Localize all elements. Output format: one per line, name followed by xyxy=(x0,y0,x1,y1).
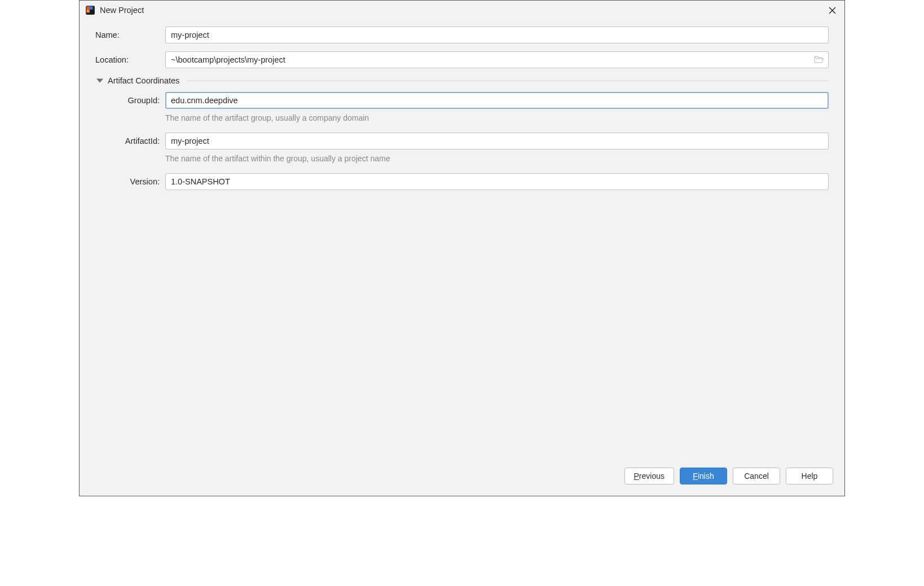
browse-folder-button[interactable] xyxy=(814,56,824,64)
dialog-footer: Previous Finish Cancel Help xyxy=(80,464,844,496)
folder-open-icon xyxy=(814,56,824,64)
svg-rect-3 xyxy=(86,10,90,13)
name-label: Name: xyxy=(95,30,165,39)
name-input[interactable] xyxy=(165,27,829,43)
finish-button[interactable]: Finish xyxy=(680,468,727,484)
svg-marker-6 xyxy=(96,78,103,82)
artifactid-input[interactable] xyxy=(165,133,829,149)
groupid-hint: The name of the artifact group, usually … xyxy=(165,113,369,122)
version-input[interactable] xyxy=(165,173,829,190)
location-label: Location: xyxy=(95,55,165,64)
section-divider xyxy=(187,81,829,81)
section-title: Artifact Coordinates xyxy=(108,76,179,85)
help-button[interactable]: Help xyxy=(786,468,833,484)
close-button[interactable] xyxy=(824,2,840,18)
groupid-input[interactable] xyxy=(165,92,829,109)
artifact-coordinates-toggle[interactable]: Artifact Coordinates xyxy=(96,76,829,85)
close-icon xyxy=(829,7,836,14)
app-icon xyxy=(85,5,95,15)
titlebar: New Project xyxy=(80,1,844,20)
new-project-dialog: New Project Name: Location: xyxy=(79,0,845,496)
artifact-coordinates-section: GroupId: The name of the artifact group,… xyxy=(95,92,829,190)
artifactid-label: ArtifactId: xyxy=(113,136,165,146)
finish-button-rest: inish xyxy=(698,472,714,481)
artifactid-hint: The name of the artifact within the grou… xyxy=(165,154,390,163)
version-label: Version: xyxy=(113,177,165,186)
groupid-label: GroupId: xyxy=(113,96,165,105)
cancel-button[interactable]: Cancel xyxy=(733,468,780,484)
location-input[interactable] xyxy=(165,51,829,68)
svg-rect-2 xyxy=(90,6,93,10)
previous-button[interactable]: Previous xyxy=(624,468,674,484)
chevron-down-icon xyxy=(96,77,103,84)
dialog-content: Name: Location: Artifact Coordi xyxy=(80,20,844,464)
window-title: New Project xyxy=(100,6,144,15)
previous-button-rest: revious xyxy=(639,472,665,481)
svg-rect-1 xyxy=(86,6,90,10)
